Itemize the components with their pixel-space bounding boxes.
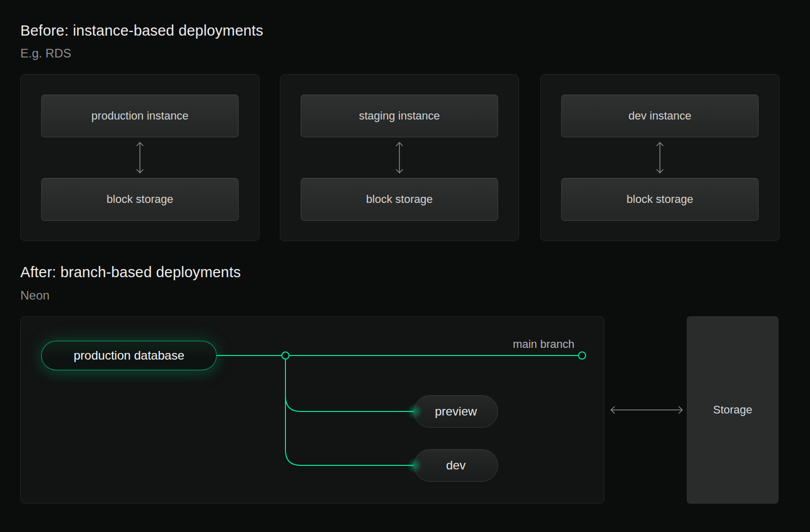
staging-instance-box: staging instance: [301, 95, 498, 137]
after-section-subtitle: Neon: [20, 288, 49, 303]
block-storage-box: block storage: [561, 178, 759, 221]
block-storage-box: block storage: [301, 178, 498, 221]
dev-instance-label: dev instance: [628, 109, 691, 123]
storage-box: Storage: [687, 316, 778, 504]
storage-label: Storage: [713, 403, 752, 417]
dev-branch-label: dev: [446, 458, 466, 472]
before-card-production: production instance block storage: [20, 74, 259, 241]
production-database-label: production database: [74, 348, 185, 363]
branch-diagram-panel: production database main branch preview …: [20, 316, 604, 504]
vertical-double-arrow-icon: [41, 137, 239, 178]
block-storage-box: block storage: [41, 178, 239, 221]
horizontal-double-arrow-icon: [607, 404, 686, 416]
main-branch-endpoint-dot: [578, 352, 586, 359]
before-card-staging: staging instance block storage: [280, 74, 519, 241]
dev-instance-box: dev instance: [561, 95, 759, 137]
production-database-pill: production database: [41, 341, 217, 370]
main-branch-label: main branch: [513, 338, 574, 351]
preview-branch-label: preview: [435, 404, 477, 419]
block-storage-label: block storage: [627, 193, 693, 206]
dev-branch-pill: dev: [414, 449, 498, 482]
before-section-title: Before: instance-based deployments: [20, 22, 264, 39]
staging-instance-label: staging instance: [359, 109, 440, 123]
branch-junction-dot: [282, 352, 289, 359]
block-storage-label: block storage: [107, 193, 173, 206]
production-instance-box: production instance: [41, 95, 239, 137]
vertical-double-arrow-icon: [561, 137, 759, 178]
preview-branch-line: [285, 396, 414, 411]
vertical-double-arrow-icon: [301, 137, 498, 178]
deployment-comparison-diagram: Before: instance-based deployments E.g. …: [0, 0, 810, 532]
preview-branch-pill: preview: [414, 395, 498, 428]
dev-branch-line: [285, 360, 414, 465]
after-section-title: After: branch-based deployments: [20, 264, 241, 281]
block-storage-label: block storage: [366, 193, 433, 206]
before-section-subtitle: E.g. RDS: [20, 46, 71, 61]
before-card-dev: dev instance block storage: [540, 74, 779, 241]
production-instance-label: production instance: [92, 109, 189, 123]
